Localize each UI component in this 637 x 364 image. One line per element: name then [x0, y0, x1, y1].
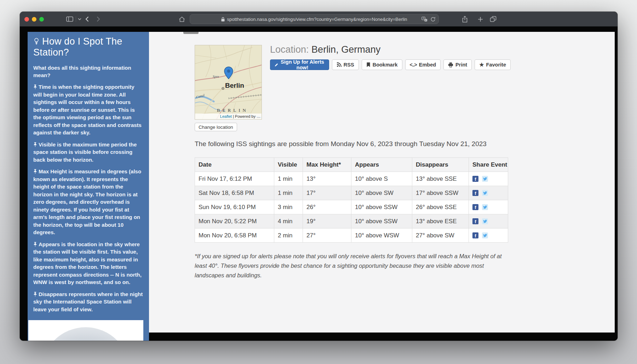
- translate-icon[interactable]: A x: [421, 17, 427, 22]
- bookmark-icon: [366, 62, 371, 67]
- cell-max-height: 26°: [303, 200, 351, 214]
- location-label: Location:: [270, 44, 309, 55]
- facebook-share-icon[interactable]: [472, 232, 478, 238]
- facebook-share-icon[interactable]: [472, 190, 478, 196]
- svg-text:A: A: [423, 17, 424, 19]
- table-row: Fri Nov 17, 6:12 PM 1 min 13° 10° above …: [195, 172, 508, 186]
- star-icon: [479, 62, 484, 68]
- sidebar-toggle-icon[interactable]: [65, 12, 74, 27]
- home-icon[interactable]: [178, 12, 185, 27]
- definition-term: Max Height: [39, 168, 67, 174]
- column-header: Disappears: [412, 158, 469, 172]
- new-tab-icon[interactable]: [475, 12, 486, 27]
- pushpin-icon: [33, 85, 37, 89]
- table-row: Mon Nov 20, 6:58 PM 2 min 27° 10° above …: [195, 229, 508, 243]
- sidebar-definition: Max Height is measured in degrees (also …: [33, 168, 143, 236]
- sidebar-definition: Time is when the sighting opportunity wi…: [33, 83, 143, 137]
- pushpin-icon: [33, 242, 37, 247]
- cell-date: Fri Nov 17, 6:12 PM: [195, 172, 274, 186]
- location-map[interactable]: Canal Spre Berlin BERLIN: [195, 45, 262, 120]
- code-icon: [410, 62, 417, 68]
- reload-icon[interactable]: [430, 17, 436, 22]
- definition-term: Time: [39, 84, 51, 90]
- cell-share-event: [469, 214, 508, 229]
- chevron-down-icon[interactable]: [77, 12, 82, 27]
- print-button[interactable]: Print: [443, 59, 472, 70]
- close-window-button[interactable]: [24, 17, 29, 22]
- cell-visible: 1 min: [274, 172, 303, 186]
- traffic-lights: [24, 12, 44, 27]
- facebook-share-icon[interactable]: [472, 204, 478, 210]
- url-text: spotthestation.nasa.gov/sightings/view.c…: [227, 17, 407, 22]
- cell-max-height: 13°: [303, 172, 351, 186]
- cell-appears: 10° above SW: [351, 186, 412, 200]
- column-header: Date: [195, 158, 274, 172]
- page-title: Location: Berlin, Germany: [270, 44, 511, 56]
- sign-up-alerts-button[interactable]: Sign Up for Alerts now!: [270, 59, 329, 70]
- sightings-table-header-row: DateVisibleMax Height*AppearsDisappearsS…: [195, 158, 508, 172]
- map-tiles: Canal Spre Berlin BERLIN: [195, 45, 262, 120]
- cell-share-event: [469, 200, 508, 214]
- cell-date: Mon Nov 20, 6:58 PM: [195, 229, 274, 243]
- minimize-window-button[interactable]: [32, 17, 36, 22]
- forward-icon[interactable]: [96, 12, 101, 27]
- main-content: Canal Spre Berlin BERLIN: [149, 32, 615, 333]
- cell-disappears: 26° above SSE: [412, 200, 469, 214]
- zoom-window-button[interactable]: [39, 17, 44, 22]
- cell-max-height: 27°: [303, 229, 351, 243]
- facebook-share-icon[interactable]: [472, 218, 478, 224]
- pencil-icon: [275, 63, 278, 67]
- definition-term: Appears: [39, 241, 60, 247]
- cell-date: Mon Nov 20, 5:22 PM: [195, 214, 274, 229]
- tab-overview-icon[interactable]: [488, 12, 498, 27]
- rss-icon: [337, 62, 342, 67]
- svg-text:Berlin: Berlin: [225, 82, 244, 89]
- share-icon[interactable]: [459, 12, 470, 27]
- twitter-share-icon[interactable]: [482, 204, 488, 210]
- definition-text: is measured in degrees (also known as el…: [33, 168, 141, 235]
- cell-disappears: 13° above ESE: [412, 214, 469, 229]
- definition-term: Disappears: [39, 291, 67, 297]
- alerts-footnote: *If you are signed up for alerts please …: [195, 252, 511, 280]
- cell-appears: 10° above SSW: [351, 200, 412, 214]
- sightings-table-body: Fri Nov 17, 6:12 PM 1 min 13° 10° above …: [195, 172, 508, 243]
- facebook-share-icon[interactable]: [472, 176, 478, 182]
- twitter-share-icon[interactable]: [482, 190, 488, 196]
- definition-text: is the location in the sky where the sta…: [33, 241, 142, 285]
- sidebar-title: How do I Spot The Station?: [33, 36, 143, 58]
- bookmark-button[interactable]: Bookmark: [362, 59, 402, 70]
- twitter-share-icon[interactable]: [482, 176, 488, 182]
- map-marker-pin-icon: [224, 67, 233, 79]
- action-buttons: Sign Up for Alerts now! RSS: [270, 59, 511, 70]
- horizon-illustration: [28, 320, 143, 341]
- cell-visible: 2 min: [274, 229, 303, 243]
- attribution-text: | Powered by …: [233, 114, 260, 119]
- map-attribution: Leaflet | Powered by …: [195, 114, 262, 119]
- back-icon[interactable]: [84, 12, 90, 27]
- twitter-share-icon[interactable]: [482, 232, 488, 238]
- rss-button[interactable]: RSS: [332, 59, 359, 70]
- sidebar-definition: Visible is the maximum time period the s…: [33, 141, 143, 164]
- column-header: Max Height*: [303, 158, 351, 172]
- cell-visible: 4 min: [274, 214, 303, 229]
- sidebar-intro: What does all this sighting information …: [33, 64, 143, 79]
- cell-disappears: 27° above SW: [412, 229, 469, 243]
- change-location-button[interactable]: Change location: [195, 123, 237, 131]
- leaflet-link[interactable]: Leaflet: [220, 114, 232, 119]
- browser-window: spotthestation.nasa.gov/sightings/view.c…: [20, 12, 618, 341]
- browser-toolbar: spotthestation.nasa.gov/sightings/view.c…: [20, 12, 618, 27]
- clipped-nav-remnant: [183, 32, 199, 34]
- table-row: Sun Nov 19, 6:10 PM 3 min 26° 10° above …: [195, 200, 508, 214]
- address-bar[interactable]: spotthestation.nasa.gov/sightings/view.c…: [190, 14, 439, 24]
- sightings-table: DateVisibleMax Height*AppearsDisappearsS…: [195, 157, 508, 243]
- cell-share-event: [469, 186, 508, 200]
- embed-button[interactable]: Embed: [405, 59, 441, 70]
- lightbulb-icon: [33, 37, 40, 45]
- cell-appears: 10° above SSW: [351, 214, 412, 229]
- column-header: Appears: [351, 158, 412, 172]
- favorite-button[interactable]: Favorite: [475, 59, 511, 70]
- svg-text:Spre: Spre: [213, 75, 219, 79]
- svg-text:BERLIN: BERLIN: [217, 108, 248, 113]
- twitter-share-icon[interactable]: [482, 218, 488, 224]
- cell-visible: 1 min: [274, 186, 303, 200]
